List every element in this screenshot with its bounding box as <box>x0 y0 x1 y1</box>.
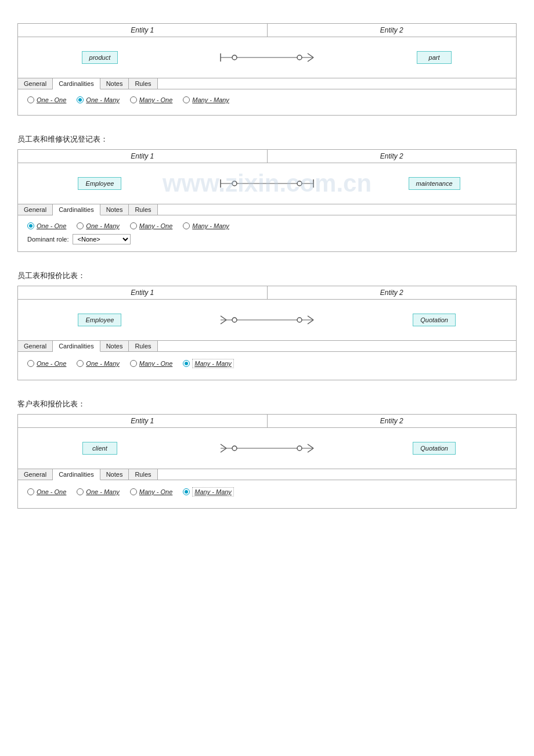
tab-notes-2[interactable]: Notes <box>100 204 129 215</box>
radio-row-2: One - One One - Many Many - One Many - M… <box>27 222 507 229</box>
radio-circle-many-one-4 <box>130 488 137 495</box>
radio-one-many-2[interactable]: One - Many <box>77 222 119 229</box>
radio-circle-many-one-2 <box>130 222 137 229</box>
svg-point-2 <box>232 55 237 60</box>
radio-circle-one-many-2 <box>77 222 84 229</box>
entity2-box-3: Quotation <box>413 314 456 326</box>
cardinalities-content-3: One - One One - Many Many - One Many - M… <box>18 352 516 380</box>
tabs-row-1: General Cardinalities Notes Rules <box>18 78 516 89</box>
diagram-header-4: Entity 1 Entity 2 <box>18 415 516 428</box>
tab-cardinalities-3[interactable]: Cardinalities <box>53 341 100 352</box>
radio-circle-one-one-1 <box>27 96 34 103</box>
radio-one-one-2[interactable]: One - One <box>27 222 66 229</box>
diagram-body-1: product <box>18 37 516 78</box>
radio-many-many-4[interactable]: Many - Many <box>183 487 234 496</box>
section-3: 员工表和报价比表： Entity 1 Entity 2 Employee <box>17 271 517 380</box>
radio-many-many-2[interactable]: Many - Many <box>183 222 229 229</box>
entity1-header-1: Entity 1 <box>18 24 268 37</box>
radio-many-many-3[interactable]: Many - Many <box>183 359 234 368</box>
diagram-header-2: Entity 1 Entity 2 <box>18 150 516 163</box>
radio-label-many-one-3: Many - One <box>139 360 172 367</box>
radio-label-one-one-2: One - One <box>37 222 66 229</box>
tab-rules-2[interactable]: Rules <box>129 204 157 215</box>
entity2-header-2: Entity 2 <box>268 150 517 163</box>
svg-line-31 <box>308 444 313 448</box>
radio-one-many-3[interactable]: One - Many <box>77 360 119 367</box>
dominant-select-2[interactable]: <None> <box>73 234 131 244</box>
tab-cardinalities-2[interactable]: Cardinalities <box>53 204 100 215</box>
radio-one-many-1[interactable]: One - Many <box>77 96 119 103</box>
section-1: Entity 1 Entity 2 product <box>17 23 517 116</box>
radio-label-many-many-2: Many - Many <box>192 222 229 229</box>
tab-cardinalities-4[interactable]: Cardinalities <box>53 469 100 480</box>
radio-many-one-2[interactable]: Many - One <box>130 222 172 229</box>
radio-circle-many-many-4 <box>183 488 190 495</box>
radio-circle-many-one-1 <box>130 96 137 103</box>
radio-label-many-many-4: Many - Many <box>192 487 234 496</box>
tab-notes-1[interactable]: Notes <box>100 78 129 89</box>
cardinalities-content-2: One - One One - Many Many - One Many - M… <box>18 215 516 251</box>
cardinalities-content-4: One - One One - Many Many - One Many - M… <box>18 480 516 508</box>
tab-general-2[interactable]: General <box>18 204 53 215</box>
radio-many-many-1[interactable]: Many - Many <box>183 96 229 103</box>
dominant-row-2: Dominant role: <None> <box>27 234 507 244</box>
radio-label-one-many-4: One - Many <box>86 488 119 495</box>
radio-one-one-1[interactable]: One - One <box>27 96 66 103</box>
radio-circle-one-many-1 <box>77 96 84 103</box>
radio-many-one-3[interactable]: Many - One <box>130 360 172 367</box>
radio-circle-one-one-3 <box>27 360 34 367</box>
svg-point-29 <box>297 446 302 451</box>
radio-row-1: One - One One - Many Many - One Many - M… <box>27 96 507 103</box>
radio-circle-many-many-1 <box>183 96 190 103</box>
svg-point-10 <box>232 181 237 186</box>
svg-line-26 <box>221 448 226 452</box>
radio-many-one-1[interactable]: Many - One <box>130 96 172 103</box>
tabs-row-4: General Cardinalities Notes Rules <box>18 469 516 480</box>
connector-1 <box>215 49 319 66</box>
tab-general-1[interactable]: General <box>18 78 53 89</box>
tabs-row-3: General Cardinalities Notes Rules <box>18 341 516 352</box>
tab-general-3[interactable]: General <box>18 341 53 351</box>
diagram-body-4: client Quotation <box>18 428 516 469</box>
section-4: 客户表和报价比表： Entity 1 Entity 2 client <box>17 399 517 509</box>
svg-point-12 <box>297 181 302 186</box>
svg-point-18 <box>232 318 237 322</box>
radio-many-one-4[interactable]: Many - One <box>130 488 172 495</box>
tab-notes-3[interactable]: Notes <box>100 341 129 351</box>
tab-rules-4[interactable]: Rules <box>129 469 157 480</box>
radio-circle-one-one-4 <box>27 488 34 495</box>
connector-4 <box>215 440 319 457</box>
entity2-header-1: Entity 2 <box>268 24 517 37</box>
diagram-body-3: Employee <box>18 300 516 340</box>
radio-label-many-one-1: Many - One <box>139 96 172 103</box>
radio-row-4: One - One One - Many Many - One Many - M… <box>27 487 507 496</box>
section-2: 员工表和维修状况登记表： Entity 1 Entity 2 www.zixin… <box>17 134 517 252</box>
dominant-label-2: Dominant role: <box>27 236 69 243</box>
diagram-3: Entity 1 Entity 2 Employee <box>17 286 517 341</box>
entity1-header-2: Entity 1 <box>18 150 268 163</box>
tabs-panel-4: General Cardinalities Notes Rules One - … <box>17 469 517 509</box>
radio-circle-one-one-2 <box>27 222 34 229</box>
tab-rules-3[interactable]: Rules <box>129 341 157 351</box>
entity1-header-4: Entity 1 <box>18 415 268 427</box>
entity2-box-2: maintenance <box>409 177 460 190</box>
radio-label-one-many-1: One - Many <box>86 96 119 103</box>
cardinalities-content-1: One - One One - Many Many - One Many - M… <box>18 89 516 115</box>
tab-cardinalities-1[interactable]: Cardinalities <box>53 78 100 89</box>
tab-rules-1[interactable]: Rules <box>129 78 157 89</box>
radio-label-many-many-1: Many - Many <box>192 96 229 103</box>
radio-label-many-one-2: Many - One <box>139 222 172 229</box>
radio-label-one-many-3: One - Many <box>86 360 119 367</box>
svg-point-20 <box>297 318 302 322</box>
section-label-3: 员工表和报价比表： <box>17 271 517 281</box>
diagram-4: Entity 1 Entity 2 client <box>17 414 517 469</box>
connector-2 <box>215 175 319 192</box>
svg-line-23 <box>308 320 313 324</box>
radio-one-one-4[interactable]: One - One <box>27 488 66 495</box>
radio-one-many-4[interactable]: One - Many <box>77 488 119 495</box>
entity2-box-1: part <box>417 51 452 64</box>
tab-general-4[interactable]: General <box>18 469 53 480</box>
svg-line-17 <box>221 320 226 324</box>
tab-notes-4[interactable]: Notes <box>100 469 129 480</box>
radio-one-one-3[interactable]: One - One <box>27 360 66 367</box>
